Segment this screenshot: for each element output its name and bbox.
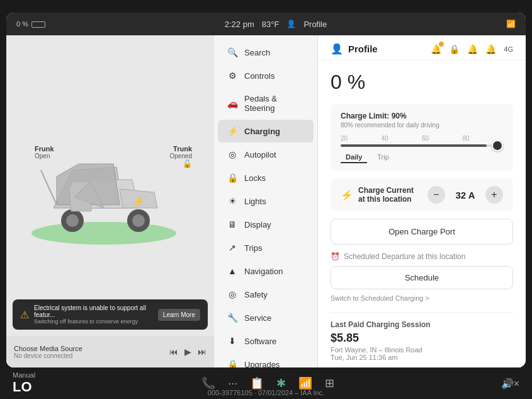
nav-item-pedals[interactable]: 🚗Pedals & Steering [218,88,314,119]
nav-icon-service: 🔧 [227,313,238,323]
media-play-button[interactable]: ▶ [184,347,191,357]
last-paid-title: Last Paid Charging Session [331,320,513,329]
nav-item-trips[interactable]: ↗Trips [218,236,314,259]
media-next-button[interactable]: ⏭ [198,347,207,357]
nav-icon-navigation: ▲ [227,266,238,276]
clock-icon: ⏰ [331,252,340,261]
open-charge-port-button[interactable]: Open Charge Port [331,219,513,245]
schedule-button[interactable]: Schedule [331,266,513,289]
nav-item-controls[interactable]: ⚙Controls [218,64,314,87]
nav-item-lights[interactable]: ☀Lights [218,190,314,212]
warning-icon: ⚠ [20,309,29,321]
charge-limit-section: Charge Limit: 90% 80% recommended for da… [331,104,513,171]
notification-icon-4: 🔔 [485,44,496,54]
car-panel: Frunk Open Trunk Opened 🔓 [6,35,214,367]
nav-icon-lights: ☀ [227,196,238,206]
last-paid-location: Fort Wayne, IN – Illinois Road [331,346,513,354]
last-paid-date: Tue, Jun 25 11:36 am [331,354,513,361]
nav-item-locks[interactable]: 🔒Locks [218,166,314,189]
phone-icon[interactable]: 📞 [201,376,215,390]
current-value-display: 32 A [453,190,478,200]
frunk-status: Open [35,153,54,159]
main-content: Frunk Open Trunk Opened 🔓 [6,35,526,367]
media-device-label: No device connected [14,352,164,359]
current-controls: − 32 A + [427,186,503,204]
nav-label-autopilot: Autopilot [244,150,276,159]
nav-item-autopilot[interactable]: ◎Autopilot [218,143,314,166]
nav-icon-charging: ⚡ [227,126,238,136]
svg-text:⚡: ⚡ [132,195,145,207]
notification-icon-2: 🔒 [449,44,460,54]
time-display: 2:22 pm [225,20,254,29]
nav-label-lights: Lights [244,197,266,206]
slider-track [341,144,503,147]
nav-icon-pedals: 🚗 [227,98,238,108]
warning-subtitle: Switching off features to conserve energ… [34,318,153,325]
taskbar-icons: 📞 ··· 📋 ✱ 📶 ⊞ [201,376,334,390]
charge-bolt-icon: ⚡ [341,189,353,201]
battery-icon [31,21,45,28]
content-header: 👤 Profile 🔔 🔒 🔔 🔔 4G [318,35,526,61]
notification-icon-1: 🔔 [431,44,441,54]
current-minus-button[interactable]: − [427,186,445,204]
warning-title: Electrical system is unable to support a… [34,304,153,318]
nav-item-display[interactable]: 🖥Display [218,213,314,236]
slider-labels: 20 40 60 80 [341,135,503,142]
volume-control[interactable]: 🔊× [501,378,519,390]
slider-tabs: Daily Trip [341,152,503,163]
slider-thumb[interactable] [492,140,503,151]
nav-item-search[interactable]: 🔍Search [218,41,314,64]
warning-banner: ⚠ Electrical system is unable to support… [13,299,208,330]
scheduled-departure-label: ⏰ Scheduled Departure at this location [331,252,513,261]
apps-icon[interactable]: 📋 [250,376,264,390]
svg-point-2 [66,214,79,227]
nav-icon-controls: ⚙ [227,71,238,81]
grid-icon[interactable]: ⊞ [325,376,334,390]
profile-label: Profile [303,20,327,29]
charge-current-section: ⚡ Charge Current at this location − 32 A… [331,178,513,211]
footer-text: 000-39776105 · 07/01/2024 – IAA Inc. [208,389,324,396]
nav-icon-locks: 🔒 [227,173,238,183]
trunk-label: Trunk Opened 🔓 [169,145,192,168]
svg-point-4 [132,214,145,227]
charge-slider-container[interactable]: 20 40 60 80 [341,135,503,147]
status-bar-center: 2:22 pm 83°F 👤 Profile [225,20,327,29]
current-plus-button[interactable]: + [485,186,503,204]
media-controls: ⏮ ▶ ⏭ [169,347,207,357]
media-prev-button[interactable]: ⏮ [169,347,178,357]
profile-header-icon: 👤 [331,43,343,55]
slider-tab-daily[interactable]: Daily [341,152,367,163]
menu-dots-icon[interactable]: ··· [228,377,237,390]
content-header-title: Profile [348,43,378,54]
media-source-label: Choose Media Source [14,345,164,352]
bluetooth-icon[interactable]: ✱ [276,376,286,390]
nav-item-safety[interactable]: ◎Safety [218,283,314,306]
nav-item-charging[interactable]: ⚡Charging [218,120,314,142]
connectivity-icon[interactable]: 📶 [298,376,312,390]
media-bar: Choose Media Source No device connected … [6,336,214,367]
temperature-display: 83°F [262,20,280,29]
nav-item-navigation[interactable]: ▲Navigation [218,260,314,282]
nav-icon-search: 🔍 [227,47,238,57]
nav-item-service[interactable]: 🔧Service [218,306,314,329]
nav-menu: 🔍Search⚙Controls🚗Pedals & Steering⚡Charg… [214,35,318,367]
nav-icon-autopilot: ◎ [227,149,238,159]
nav-label-trips: Trips [244,243,262,253]
media-info: Choose Media Source No device connected [14,345,164,359]
learn-more-button[interactable]: Learn More [158,309,200,321]
lock-icon: 🔓 [183,159,192,168]
switch-scheduled-link[interactable]: Switch to Scheduled Charging > [331,294,513,302]
nav-label-charging: Charging [244,127,280,136]
profile-icon-small: 👤 [286,20,296,28]
nav-item-upgrades[interactable]: 🔒Upgrades [218,353,314,367]
nav-icon-software: ⬇ [227,336,238,346]
content-body: 0 % Charge Limit: 90% 80% recommended fo… [318,61,526,367]
svg-line-5 [41,170,57,205]
battery-percent-label: 0 % [16,20,28,28]
nav-icon-trips: ↗ [227,243,238,253]
nav-item-software[interactable]: ⬇Software [218,330,314,352]
battery-status: 0 % [16,20,45,28]
frunk-label: Frunk Open [35,145,54,159]
wifi-icon: 📶 [506,20,516,28]
slider-tab-trip[interactable]: Trip [372,152,394,163]
